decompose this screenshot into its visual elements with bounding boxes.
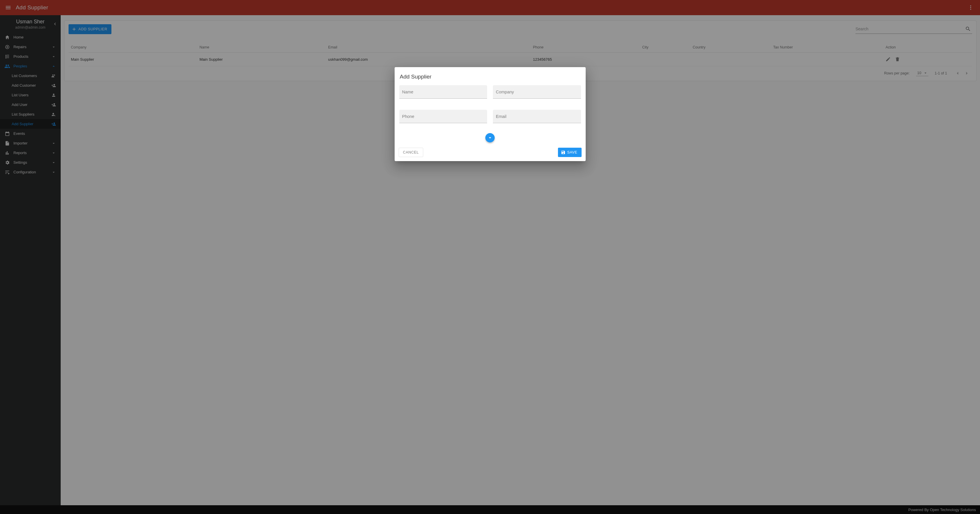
phone-field[interactable]: Phone — [399, 110, 487, 123]
dialog-title: Add Supplier — [399, 72, 582, 85]
cancel-button[interactable]: Cancel — [399, 148, 423, 157]
chevron-down-icon — [487, 135, 493, 141]
company-field[interactable]: Company — [493, 85, 581, 99]
expand-more-button[interactable] — [485, 133, 495, 142]
name-field[interactable]: Name — [399, 85, 487, 99]
save-label: Save — [567, 150, 578, 155]
add-supplier-dialog: Add Supplier Name Company Phone Email — [395, 67, 585, 161]
email-field[interactable]: Email — [493, 110, 581, 123]
save-button[interactable]: Save — [558, 148, 582, 157]
cancel-label: Cancel — [403, 150, 419, 155]
save-icon — [561, 150, 566, 155]
modal-overlay[interactable]: Add Supplier Name Company Phone Email — [0, 0, 980, 514]
